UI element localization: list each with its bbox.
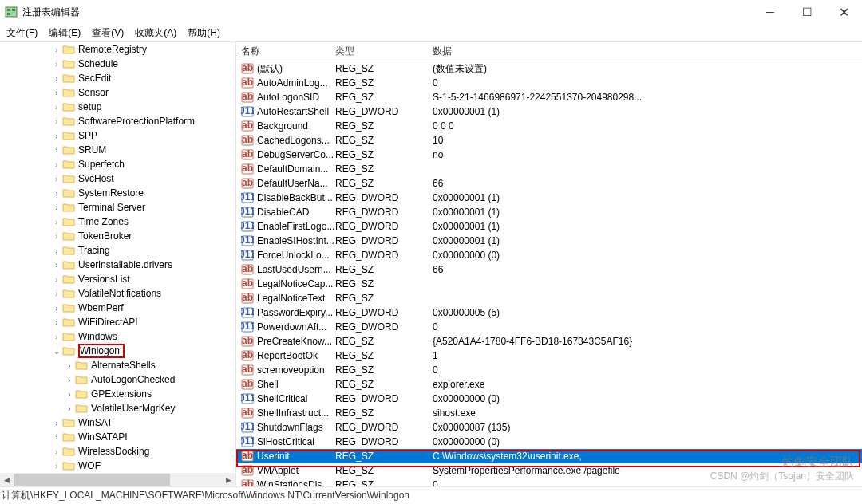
list-row[interactable]: abLastUsedUsern...REG_SZ66 (236, 262, 862, 277)
list-row[interactable]: 011EnableSIHostInt...REG_DWORD0x00000001… (236, 234, 862, 248)
chevron-right-icon[interactable]: › (51, 160, 62, 169)
chevron-right-icon[interactable]: › (51, 175, 62, 183)
list-row[interactable]: abReportBootOkREG_SZ1 (236, 348, 862, 363)
chevron-right-icon[interactable]: › (51, 146, 62, 155)
chevron-right-icon[interactable]: › (51, 275, 62, 284)
tree-hscrollbar[interactable]: ◀ ▶ (0, 473, 235, 486)
chevron-right-icon[interactable]: › (51, 318, 62, 327)
chevron-right-icon[interactable]: › (64, 404, 75, 413)
list-row[interactable]: abAutoAdminLog...REG_SZ0 (236, 76, 862, 90)
tree-item[interactable]: ›WirelessDocking (0, 444, 235, 459)
tree-item[interactable]: ›SPP (0, 128, 235, 143)
chevron-right-icon[interactable]: › (51, 261, 62, 270)
tree-item[interactable]: ›SvcHost (0, 171, 235, 186)
list-row[interactable]: 011SiHostCriticalREG_DWORD0x00000000 (0) (236, 435, 862, 449)
chevron-right-icon[interactable]: › (51, 289, 62, 298)
menu-edit[interactable]: 编辑(E) (45, 25, 84, 41)
list-row[interactable]: 011DisableBackBut...REG_DWORD0x00000001 … (236, 191, 862, 205)
chevron-right-icon[interactable]: › (64, 361, 75, 370)
chevron-right-icon[interactable]: › (51, 74, 62, 83)
list-row[interactable]: 011ShutdownFlagsREG_DWORD0x00000087 (135… (236, 420, 862, 435)
chevron-right-icon[interactable]: › (51, 419, 62, 427)
tree-item[interactable]: ›Sensor (0, 85, 235, 100)
list-row[interactable]: abBackgroundREG_SZ0 0 0 (236, 119, 862, 133)
tree-item[interactable]: ›AutoLogonChecked (0, 372, 235, 387)
tree-item[interactable]: ›SecEdit (0, 71, 235, 85)
column-type[interactable]: 类型 (335, 45, 433, 58)
chevron-right-icon[interactable]: › (64, 390, 75, 399)
list-row[interactable]: abAutoLogonSIDREG_SZS-1-5-21-1466986971-… (236, 90, 862, 104)
list-row[interactable]: abPreCreateKnow...REG_SZ{A520A1A4-1780-4… (236, 334, 862, 348)
list-row[interactable]: abLegalNoticeTextREG_SZ (236, 291, 862, 305)
chevron-right-icon[interactable]: › (51, 189, 62, 198)
tree-item[interactable]: ›WOF (0, 459, 235, 473)
tree-item[interactable]: ›Windows (0, 329, 235, 344)
list-row[interactable]: abCachedLogons...REG_SZ10 (236, 133, 862, 148)
tree-item[interactable]: ⌄Winlogon (0, 344, 235, 358)
list-row[interactable]: abUserinitREG_SZC:\Windows\system32\user… (236, 449, 862, 463)
tree-item[interactable]: ›SRUM (0, 143, 235, 157)
list-row[interactable]: ab(默认)REG_SZ(数值未设置) (236, 61, 862, 76)
menu-favorites[interactable]: 收藏夹(A) (132, 25, 180, 41)
chevron-right-icon[interactable]: › (51, 218, 62, 226)
list-row[interactable]: 011AutoRestartShellREG_DWORD0x00000001 (… (236, 104, 862, 119)
menu-view[interactable]: 查看(V) (89, 25, 127, 41)
minimize-button[interactable]: ─ (752, 0, 789, 24)
list-row[interactable]: abDebugServerCo...REG_SZno (236, 148, 862, 162)
chevron-right-icon[interactable]: › (51, 117, 62, 126)
tree-item[interactable]: ›setup (0, 100, 235, 114)
tree-item[interactable]: ›SystemRestore (0, 186, 235, 200)
tree-item[interactable]: ›VolatileUserMgrKey (0, 401, 235, 415)
scroll-left-icon[interactable]: ◀ (0, 473, 14, 486)
list-row[interactable]: 011ForceUnlockLo...REG_DWORD0x00000000 (… (236, 248, 862, 262)
list-row[interactable]: abShellInfrastruct...REG_SZsihost.exe (236, 406, 862, 420)
list-row[interactable]: abscremoveoptionREG_SZ0 (236, 363, 862, 377)
chevron-right-icon[interactable]: › (51, 433, 62, 442)
tree-item[interactable]: ›GPExtensions (0, 387, 235, 401)
list-row[interactable]: 011EnableFirstLogo...REG_DWORD0x00000001… (236, 219, 862, 234)
column-name[interactable]: 名称 (241, 45, 335, 58)
close-button[interactable]: ✕ (825, 0, 862, 24)
tree-item[interactable]: ›Time Zones (0, 215, 235, 229)
chevron-down-icon[interactable]: ⌄ (51, 347, 62, 356)
chevron-right-icon[interactable]: › (51, 304, 62, 313)
tree-item[interactable]: ›Userinstallable.drivers (0, 258, 235, 272)
menu-file[interactable]: 文件(F) (3, 25, 41, 41)
list-row[interactable]: abLegalNoticeCap...REG_SZ (236, 277, 862, 291)
chevron-right-icon[interactable]: › (51, 132, 62, 140)
list-row[interactable]: 011ShellCriticalREG_DWORD0x00000000 (0) (236, 392, 862, 406)
list-row[interactable]: 011PowerdownAft...REG_DWORD0 (236, 320, 862, 334)
list-row[interactable]: 011DisableCADREG_DWORD0x00000001 (1) (236, 205, 862, 219)
menu-help[interactable]: 帮助(H) (184, 25, 223, 41)
tree-item[interactable]: ›Superfetch (0, 157, 235, 171)
tree-item[interactable]: ›WinSAT (0, 415, 235, 430)
chevron-right-icon[interactable]: › (51, 89, 62, 97)
chevron-right-icon[interactable]: › (51, 246, 62, 255)
chevron-right-icon[interactable]: › (51, 60, 62, 69)
tree-item[interactable]: ›Schedule (0, 57, 235, 71)
chevron-right-icon[interactable]: › (51, 333, 62, 341)
scroll-right-icon[interactable]: ▶ (222, 473, 235, 486)
tree-item[interactable]: ›TokenBroker (0, 229, 235, 243)
chevron-right-icon[interactable]: › (51, 447, 62, 456)
list-row[interactable]: abDefaultDomain...REG_SZ (236, 162, 862, 176)
column-data[interactable]: 数据 (433, 45, 862, 58)
tree-item[interactable]: ›WinSATAPI (0, 430, 235, 444)
tree-item[interactable]: ›SoftwareProtectionPlatform (0, 114, 235, 128)
tree-item[interactable]: ›AlternateShells (0, 358, 235, 372)
list-row[interactable]: 011PasswordExpiry...REG_DWORD0x00000005 … (236, 305, 862, 320)
list-row[interactable]: abDefaultUserNa...REG_SZ66 (236, 176, 862, 191)
chevron-right-icon[interactable]: › (51, 462, 62, 471)
tree-item[interactable]: ›Terminal Server (0, 200, 235, 215)
tree-item[interactable]: ›VersionsList (0, 272, 235, 286)
list-row[interactable]: abShellREG_SZexplorer.exe (236, 377, 862, 392)
chevron-right-icon[interactable]: › (51, 232, 62, 241)
chevron-right-icon[interactable]: › (51, 45, 62, 54)
chevron-right-icon[interactable]: › (64, 376, 75, 384)
chevron-right-icon[interactable]: › (51, 103, 62, 112)
list-row[interactable]: abWinStationsDis...REG_SZ0 (236, 478, 862, 486)
tree-item[interactable]: ›WbemPerf (0, 301, 235, 315)
tree-item[interactable]: ›Tracing (0, 243, 235, 258)
list-row[interactable]: abVMAppletREG_SZSystemPropertiesPerforma… (236, 463, 862, 478)
tree-item[interactable]: ›VolatileNotifications (0, 286, 235, 301)
